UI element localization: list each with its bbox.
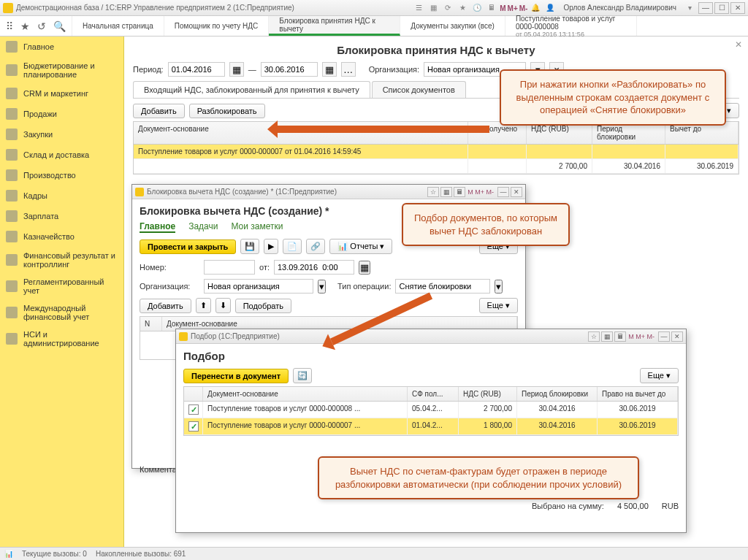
grid-row[interactable]: 2 700,00 30.04.2016 30.06.2019 — [134, 159, 739, 174]
crm-icon — [6, 88, 18, 99]
subtab-doc-list[interactable]: Список документов — [372, 81, 466, 98]
sidebar-item[interactable]: Финансовый результат и контроллинг — [0, 247, 123, 273]
sidebar-item[interactable]: Закупки — [0, 124, 123, 145]
star-icon[interactable]: ★ — [20, 20, 30, 32]
tab-nds-helper[interactable]: Помощник по учету НДС — [164, 16, 270, 36]
calendar-icon[interactable]: ▦ — [322, 62, 337, 77]
window-title: Блокировка вычета НДС (создание) * (1С:П… — [147, 188, 337, 196]
sidebar-item[interactable]: Международный финансовый учет — [0, 299, 123, 326]
tool-icon[interactable]: ☰ — [413, 2, 424, 14]
close-icon[interactable]: ✕ — [671, 331, 683, 342]
tool-icon[interactable]: 🔔 — [530, 2, 541, 14]
tool-icon[interactable]: ⟳ — [442, 2, 454, 14]
subtab-blocked-nds[interactable]: Входящий НДС, заблокированный для принят… — [133, 81, 370, 98]
grid-icon[interactable]: ▦ — [440, 187, 452, 197]
sidebar-item[interactable]: НСИ и администрирование — [0, 326, 123, 352]
calc-icon[interactable]: 🖩 — [614, 331, 626, 342]
sidebar-item[interactable]: CRM и маркетинг — [0, 83, 123, 104]
grid-icon[interactable]: ▦ — [601, 331, 613, 342]
tab-tasks[interactable]: Задачи — [188, 221, 218, 233]
unblock-button[interactable]: Разблокировать — [189, 104, 265, 118]
tag-icon — [6, 108, 18, 120]
sidebar-item[interactable]: Производство — [0, 165, 123, 185]
pick-grid[interactable]: Документ-основание СФ пол... НДС (RUB) П… — [183, 386, 679, 436]
sidebar-item[interactable]: Кадры — [0, 185, 123, 206]
close-page-icon[interactable]: ✕ — [735, 39, 742, 50]
pick-button[interactable]: Подобрать — [235, 299, 291, 313]
pick-row[interactable]: ✓ Поступление товаров и услуг 0000-00000… — [184, 418, 678, 435]
maximize-button[interactable]: ☐ — [714, 2, 729, 14]
history-icon[interactable]: ↺ — [37, 20, 46, 32]
grid-row[interactable]: Поступление товаров и услуг 0000-000007 … — [134, 145, 739, 159]
minimize-button[interactable]: — — [698, 2, 713, 14]
period-select-icon[interactable]: … — [341, 62, 356, 77]
tab-main[interactable]: Главное — [140, 221, 175, 233]
more-button[interactable]: Еще ▾ — [479, 298, 518, 313]
save-icon[interactable]: 💾 — [240, 239, 259, 254]
tab-block-nds[interactable]: Блокировка принятия НДС к вычету — [269, 16, 400, 36]
tabs: Начальная страница Помощник по учету НДС… — [72, 16, 748, 36]
tab-notes[interactable]: Мои заметки — [231, 221, 283, 233]
callout-unblock: При нажатии кнопки «Разблокировать» по в… — [500, 69, 726, 126]
org-input[interactable] — [204, 279, 313, 294]
up-icon[interactable]: ⬆ — [196, 298, 211, 313]
tool-icon[interactable]: 🕓 — [471, 2, 483, 14]
calc-icon[interactable]: 🖩 — [454, 187, 465, 197]
calendar-icon[interactable]: ▦ — [229, 62, 244, 77]
close-button[interactable]: ✕ — [730, 2, 745, 14]
window-pick: Подбор (1С:Предприятие) ☆ ▦ 🖩 M M+ M- — … — [175, 329, 687, 533]
tab-goods-receipt[interactable]: Поступление товаров и услуг 0000-000008о… — [505, 16, 637, 36]
down-icon[interactable]: ⬇ — [215, 298, 231, 313]
tab-start[interactable]: Начальная страница — [72, 16, 164, 36]
save-close-button[interactable]: Провести и закрыть — [140, 239, 236, 254]
refresh-icon[interactable]: 🔄 — [293, 368, 312, 383]
date-to-input[interactable] — [261, 62, 318, 77]
select-icon[interactable]: ▾ — [495, 280, 503, 294]
delete-icon[interactable]: 🔗 — [306, 239, 325, 254]
tool-icon[interactable]: ★ — [457, 2, 468, 14]
sidebar-item[interactable]: Казначейство — [0, 226, 123, 247]
sidebar-item[interactable]: Главное — [0, 37, 123, 57]
transfer-button[interactable]: Перенести в документ — [183, 369, 289, 383]
calendar-icon[interactable]: ▦ — [359, 261, 370, 275]
number-input[interactable] — [204, 260, 255, 275]
dropdown-icon[interactable]: ▾ — [684, 2, 695, 14]
sidebar-item[interactable]: Бюджетирование и планирование — [0, 57, 123, 83]
tab-purchase-docs[interactable]: Документы закупки (все) — [400, 16, 505, 36]
fav-icon[interactable]: ☆ — [427, 187, 439, 197]
fav-icon[interactable]: ☆ — [588, 331, 600, 342]
grid-icon[interactable]: ⠿ — [6, 20, 13, 32]
box-icon — [6, 149, 18, 161]
post-icon[interactable]: ▶ — [264, 239, 278, 254]
minimize-icon[interactable]: — — [658, 331, 670, 342]
sidebar-item[interactable]: Зарплата — [0, 206, 123, 226]
tool-icon[interactable]: ▦ — [427, 2, 439, 14]
money-icon — [6, 210, 18, 222]
user-icon[interactable]: 👤 — [544, 2, 556, 14]
sidebar-item[interactable]: Продажи — [0, 104, 123, 124]
close-icon[interactable]: ✕ — [511, 187, 522, 197]
sidebar-item[interactable]: Склад и доставка — [0, 145, 123, 165]
more-button[interactable]: Еще ▾ — [640, 368, 679, 383]
sidebar-item[interactable]: Регламентированный учет — [0, 273, 123, 299]
bar-icon — [6, 254, 18, 266]
quick-icons: ⠿ ★ ↺ 🔍 — [0, 16, 72, 36]
search-icon[interactable]: 🔍 — [53, 20, 66, 32]
select-icon[interactable]: ▾ — [318, 280, 326, 294]
tool-icon[interactable]: 🖩 — [486, 2, 497, 14]
memory-buttons[interactable]: MM+M- — [499, 4, 528, 12]
add-button[interactable]: Добавить — [140, 299, 191, 313]
minimize-icon[interactable]: — — [497, 187, 509, 197]
callout-pick: Подбор документов, по которым вычет НДС … — [402, 203, 570, 246]
checkbox[interactable]: ✓ — [188, 404, 199, 415]
date-from-input[interactable] — [168, 62, 225, 77]
date-input[interactable] — [274, 260, 354, 275]
pick-row[interactable]: ✓ Поступление товаров и услуг 0000-00000… — [184, 402, 678, 418]
add-button[interactable]: Добавить — [133, 104, 185, 118]
op-type-input[interactable] — [395, 279, 490, 294]
menu-icon — [6, 41, 18, 53]
status-bar: 📊 Текущие вызовы: 0 Накопленные вызовы: … — [0, 547, 748, 560]
reports-button[interactable]: 📊 Отчеты ▾ — [329, 239, 392, 254]
print-icon[interactable]: 📄 — [283, 239, 302, 254]
checkbox[interactable]: ✓ — [188, 421, 199, 431]
